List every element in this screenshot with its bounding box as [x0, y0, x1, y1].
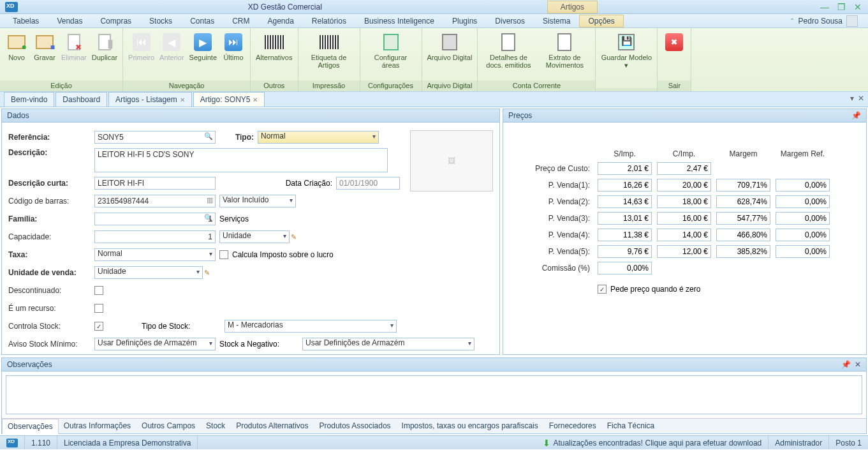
bottom-tab[interactable]: Outras Informações — [59, 419, 136, 433]
ribbon-guardar-modelo-button[interactable]: Guardar Modelo ▾ — [598, 31, 654, 70]
bottom-tab[interactable]: Produtos Alternativos — [231, 419, 314, 433]
image-placeholder[interactable]: 🖼 — [410, 130, 493, 192]
pencil-icon[interactable]: ✎ — [291, 233, 297, 241]
bottom-tab[interactable]: Observações — [2, 419, 59, 434]
pv1-mref[interactable]: 0,00% — [776, 179, 830, 192]
pin-icon[interactable]: 📌 — [851, 111, 861, 120]
close-icon[interactable]: ✕ — [253, 96, 258, 103]
tipo-stock-select[interactable]: M - Mercadorias — [224, 320, 397, 333]
search-icon[interactable]: 🔍 — [204, 214, 213, 222]
pv2-cimp[interactable]: 18,00 € — [657, 195, 711, 208]
tabs-menu-icon[interactable]: ▾ — [850, 94, 854, 103]
pv2-margem[interactable]: 628,74% — [716, 195, 770, 208]
menu-item-plugins[interactable]: Plugins — [443, 15, 486, 27]
menu-item-crm[interactable]: CRM — [223, 15, 258, 27]
menu-item-sistema[interactable]: Sistema — [534, 15, 579, 27]
unidade-venda-select[interactable]: Unidade — [94, 266, 203, 279]
descontinuado-checkbox[interactable] — [94, 286, 103, 295]
bottom-tab[interactable]: Outros Campos — [136, 419, 201, 433]
ribbon-duplicar-button[interactable]: Duplicar — [89, 31, 120, 63]
ribbon-conf-areas-button[interactable]: Configurar áreas — [363, 31, 419, 70]
ribbon-gravar-button[interactable]: Gravar — [31, 31, 59, 63]
close-icon[interactable]: ✕ — [180, 96, 185, 103]
pv3-simp[interactable]: 13,01 € — [598, 212, 652, 225]
pv5-cimp[interactable]: 12,00 € — [657, 245, 711, 258]
barcode-mode-select[interactable]: Valor Incluído — [219, 195, 296, 207]
pede-preco-checkbox[interactable]: ✓ — [598, 285, 607, 294]
pv3-mref[interactable]: 0,00% — [776, 212, 830, 225]
pv3-cimp[interactable]: 16,00 € — [657, 212, 711, 225]
calcula-imposto-checkbox[interactable] — [219, 250, 228, 259]
ribbon-etiqueta-button[interactable]: Etiqueta de Artigos — [301, 31, 357, 70]
barcode-icon[interactable]: ▥ — [207, 196, 213, 204]
data-criacao-input[interactable] — [336, 177, 400, 190]
capacidade-input[interactable] — [94, 230, 216, 243]
bottom-tab[interactable]: Produtos Associados — [314, 419, 397, 433]
menu-item-agenda[interactable]: Agenda — [258, 15, 302, 27]
menu-item-business inteligence[interactable]: Business Inteligence — [355, 15, 443, 27]
obs-textarea[interactable] — [6, 375, 862, 414]
search-icon[interactable]: 🔍 — [204, 132, 213, 140]
menu-item-compras[interactable]: Compras — [91, 15, 140, 27]
close-icon[interactable]: ✕ — [855, 360, 861, 369]
ribbon-seguinte-button[interactable]: ▶Seguinte — [187, 31, 219, 63]
bottom-tab[interactable]: Ficha Técnica — [602, 419, 660, 433]
close-icon[interactable]: ✕ — [850, 3, 865, 11]
bottom-tab[interactable]: Fornecedores — [544, 419, 602, 433]
custo-cimp[interactable]: 2,47 € — [657, 162, 711, 175]
menu-item-opções[interactable]: Opções — [579, 15, 623, 27]
pv2-mref[interactable]: 0,00% — [776, 195, 830, 208]
pv4-cimp[interactable]: 14,00 € — [657, 229, 711, 241]
minimize-icon[interactable]: — — [817, 3, 832, 11]
restore-icon[interactable]: ❐ — [834, 3, 849, 11]
menu-item-diversos[interactable]: Diversos — [486, 15, 534, 27]
pv2-simp[interactable]: 14,63 € — [598, 195, 652, 208]
doc-tab[interactable]: Artigo: SONY5✕ — [193, 92, 265, 107]
bottom-tab[interactable]: Stock — [201, 419, 231, 433]
codigo-barras-input[interactable] — [94, 195, 216, 207]
menu-item-contas[interactable]: Contas — [181, 15, 223, 27]
doc-tab[interactable]: Artigos - Listagem✕ — [108, 92, 192, 107]
menu-item-tabelas[interactable]: Tabelas — [4, 15, 48, 27]
ribbon-sair-button[interactable]: ✖ — [660, 31, 688, 55]
recurso-checkbox[interactable] — [94, 304, 103, 313]
tabs-close-icon[interactable]: ✕ — [858, 94, 864, 103]
ribbon-detalhes-button[interactable]: Detalhes de docs. emitidos — [480, 31, 536, 70]
stock-negativo-select[interactable]: Usar Definições de Armazém — [302, 338, 474, 350]
familia-input[interactable] — [94, 213, 216, 225]
controla-stock-checkbox[interactable]: ✓ — [94, 322, 103, 331]
ribbon-extrato-button[interactable]: Extrato de Movimentos — [536, 31, 592, 70]
menu-item-vendas[interactable]: Vendas — [48, 15, 91, 27]
section-tab[interactable]: Artigos — [547, 1, 598, 13]
user-menu[interactable]: ⌃ Pedro Sousa — [783, 15, 864, 27]
pv1-simp[interactable]: 16,26 € — [598, 179, 652, 192]
pv4-mref[interactable]: 0,00% — [776, 229, 830, 241]
pv5-mref[interactable]: 0,00% — [776, 245, 830, 258]
referencia-input[interactable] — [94, 131, 216, 144]
pv4-simp[interactable]: 11,38 € — [598, 229, 652, 241]
custo-simp[interactable]: 2,01 € — [598, 162, 652, 175]
doc-tab[interactable]: Bem-vindo — [4, 92, 54, 107]
doc-tab[interactable]: Dashboard — [55, 92, 107, 107]
status-posto[interactable]: Posto 1 — [829, 436, 868, 449]
aviso-stock-select[interactable]: Usar Definições de Armazém — [94, 338, 216, 350]
ribbon-novo-button[interactable]: Novo — [3, 31, 31, 63]
status-update-link[interactable]: ⬇ Atualizações encontradas! Clique aqui … — [536, 436, 769, 449]
pv1-margem[interactable]: 709,71% — [716, 179, 770, 192]
ribbon-ultimo-button[interactable]: ⏭Último — [219, 31, 247, 63]
pv1-cimp[interactable]: 20,00 € — [657, 179, 711, 192]
pv3-margem[interactable]: 547,77% — [716, 212, 770, 225]
desc-curta-input[interactable] — [94, 177, 216, 190]
pv4-margem[interactable]: 466,80% — [716, 229, 770, 241]
status-admin[interactable]: Administrador — [769, 436, 829, 449]
pin-icon[interactable]: 📌 — [841, 360, 851, 369]
ribbon-alternativos-button[interactable]: Alternativos — [253, 31, 295, 63]
taxa-select[interactable]: Normal — [94, 248, 216, 261]
pv5-simp[interactable]: 9,76 € — [598, 245, 652, 258]
comissao-input[interactable]: 0,00% — [598, 262, 652, 274]
menu-item-stocks[interactable]: Stocks — [140, 15, 181, 27]
pencil-icon[interactable]: ✎ — [204, 269, 210, 277]
bottom-tab[interactable]: Impostos, taxas ou encargos parafiscais — [397, 419, 544, 433]
pv5-margem[interactable]: 385,82% — [716, 245, 770, 258]
descricao-input[interactable]: LEITOR HI-FI 5 CD'S SONY — [94, 148, 388, 172]
